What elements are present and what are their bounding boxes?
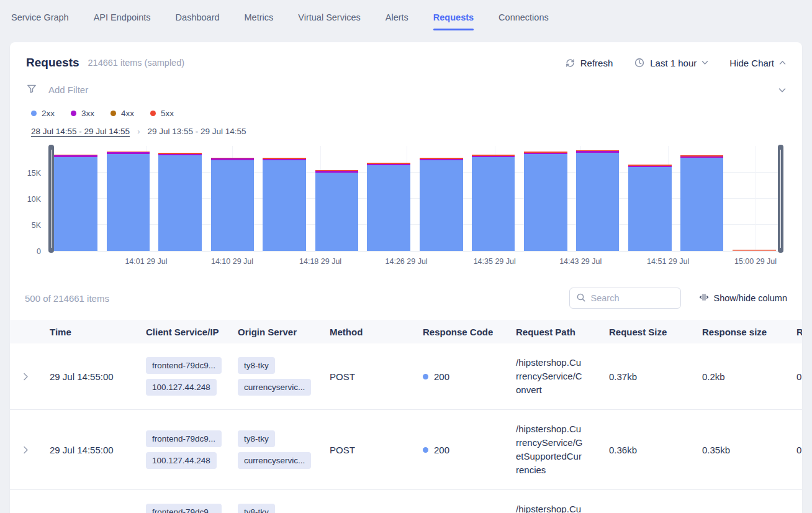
tab-api-endpoints[interactable]: API Endpoints bbox=[94, 12, 151, 22]
chart-bar[interactable] bbox=[315, 170, 359, 251]
clock-icon bbox=[634, 57, 645, 68]
legend-item-3xx[interactable]: 3xx bbox=[71, 109, 94, 118]
show-hide-column-label: Show/hide column bbox=[714, 293, 788, 303]
legend-item-2xx[interactable]: 2xx bbox=[31, 109, 55, 118]
refresh-button[interactable]: Refresh bbox=[565, 58, 613, 68]
bar-segment-2xx bbox=[420, 160, 463, 251]
y-tick-label: 5K bbox=[32, 221, 41, 230]
requests-chart: 05K10K15K 14:01 29 Jul14:10 29 Jul14:18 … bbox=[10, 136, 802, 270]
client-pill: frontend-79dc9... bbox=[146, 430, 222, 447]
legend-label: 3xx bbox=[81, 109, 94, 118]
filter-funnel-icon bbox=[26, 83, 37, 96]
x-tick-label: 14:01 29 Jul bbox=[125, 257, 167, 266]
response-code-value: 200 bbox=[434, 371, 449, 382]
row-expand-button[interactable] bbox=[10, 446, 50, 454]
panel-header: Requests 214661 items (sampled) Refresh bbox=[10, 42, 802, 70]
cell-client-service-ip: frontend-79dc9...100.127.44.248 bbox=[146, 504, 238, 513]
bar-segment-2xx bbox=[263, 160, 306, 251]
table-row: 29 Jul 14:55:00frontend-79dc9...100.127.… bbox=[10, 410, 802, 490]
tab-virtual-services[interactable]: Virtual Services bbox=[298, 12, 360, 22]
chart-bar[interactable] bbox=[472, 155, 515, 251]
column-header-r: R bbox=[796, 327, 802, 337]
requests-table: TimeClient Service/IPOrigin ServerMethod… bbox=[10, 320, 802, 513]
column-header-request-size: Request Size bbox=[609, 327, 702, 337]
cell-request-size: 0.36kb bbox=[609, 445, 702, 455]
chart-bar[interactable] bbox=[54, 155, 97, 251]
breadcrumb-previous-range[interactable]: 28 Jul 14:55 - 29 Jul 14:55 bbox=[31, 127, 130, 136]
legend-dot-5xx bbox=[150, 111, 156, 116]
origin-pill: ty8-tky bbox=[238, 357, 275, 374]
tab-service-graph[interactable]: Service Graph bbox=[11, 12, 69, 22]
cell-last-truncated: 0 bbox=[796, 371, 802, 382]
x-tick-label: 15:00 29 Jul bbox=[734, 257, 777, 266]
time-range-selector[interactable]: Last 1 hour bbox=[634, 57, 708, 68]
legend-dot-3xx bbox=[71, 111, 76, 116]
hide-chart-label: Hide Chart bbox=[729, 58, 774, 68]
cell-origin-server: ty8-tkycurrencyservic... bbox=[238, 430, 330, 469]
column-header-request-path: Request Path bbox=[516, 327, 609, 337]
v-gridline bbox=[756, 146, 756, 251]
time-range-label: Last 1 hour bbox=[650, 58, 697, 68]
tab-connections[interactable]: Connections bbox=[498, 12, 549, 22]
bar-segment-2xx bbox=[524, 154, 567, 251]
chevron-right-icon bbox=[23, 373, 29, 381]
table-row: 29 Jul 14:55:00frontend-79dc9...100.127.… bbox=[10, 490, 802, 513]
legend-dot-2xx bbox=[31, 111, 37, 116]
search-box[interactable] bbox=[569, 288, 681, 309]
chevron-up-icon bbox=[779, 60, 786, 65]
chart-bar[interactable] bbox=[524, 152, 567, 251]
bar-segment-2xx bbox=[367, 165, 410, 251]
bar-segment-2xx bbox=[576, 153, 620, 251]
search-input[interactable] bbox=[591, 293, 674, 303]
hide-chart-toggle[interactable]: Hide Chart bbox=[729, 58, 786, 68]
column-header-method: Method bbox=[330, 327, 423, 337]
chart-bar[interactable] bbox=[680, 155, 724, 251]
bar-segment-2xx bbox=[158, 155, 202, 251]
chart-bar[interactable] bbox=[576, 150, 620, 251]
legend-label: 4xx bbox=[121, 109, 134, 118]
chart-bar[interactable] bbox=[158, 153, 202, 251]
bar-segment-2xx bbox=[680, 158, 724, 251]
column-header-origin-server: Origin Server bbox=[238, 327, 330, 337]
show-hide-column-button[interactable]: Show/hide column bbox=[698, 292, 788, 304]
chart-bar[interactable] bbox=[263, 158, 306, 251]
brush-handle-left[interactable] bbox=[48, 145, 54, 253]
tab-alerts[interactable]: Alerts bbox=[386, 12, 408, 22]
legend-dot-4xx bbox=[111, 111, 116, 116]
cell-response-code: 200 bbox=[423, 445, 516, 455]
chart-bar[interactable] bbox=[367, 163, 410, 251]
chart-legend: 2xx3xx4xx5xx bbox=[10, 96, 802, 118]
bar-segment-2xx bbox=[107, 154, 150, 251]
cell-method: POST bbox=[330, 371, 423, 382]
tab-requests[interactable]: Requests bbox=[433, 12, 474, 22]
chart-bar[interactable] bbox=[628, 165, 672, 251]
tab-metrics[interactable]: Metrics bbox=[245, 12, 274, 22]
filter-expand-chevron-icon[interactable] bbox=[778, 84, 786, 95]
bar-segment-2xx bbox=[472, 157, 515, 251]
table-row: 29 Jul 14:55:00frontend-79dc9...100.127.… bbox=[10, 343, 802, 410]
cell-response-size: 0.35kb bbox=[702, 445, 796, 455]
table-header-row: TimeClient Service/IPOrigin ServerMethod… bbox=[10, 320, 802, 343]
brush-handle-right[interactable] bbox=[778, 145, 783, 253]
refresh-label: Refresh bbox=[580, 58, 613, 68]
tab-dashboard[interactable]: Dashboard bbox=[176, 12, 220, 22]
row-expand-button[interactable] bbox=[10, 373, 50, 381]
search-icon bbox=[576, 293, 586, 304]
client-pill: frontend-79dc9... bbox=[146, 504, 222, 513]
cell-client-service-ip: frontend-79dc9...100.127.44.248 bbox=[146, 430, 238, 469]
requests-panel: Requests 214661 items (sampled) Refresh bbox=[10, 42, 802, 513]
add-filter-input[interactable]: Add Filter bbox=[48, 84, 767, 95]
cell-response-code: 200 bbox=[423, 371, 516, 382]
legend-item-4xx[interactable]: 4xx bbox=[111, 109, 134, 118]
legend-item-5xx[interactable]: 5xx bbox=[150, 109, 174, 118]
table-body: 29 Jul 14:55:00frontend-79dc9...100.127.… bbox=[10, 343, 802, 513]
chart-bar[interactable] bbox=[107, 152, 150, 251]
client-pill: frontend-79dc9... bbox=[146, 357, 222, 374]
chevron-down-icon bbox=[701, 60, 708, 65]
response-code-value: 200 bbox=[434, 445, 449, 455]
chart-bar[interactable] bbox=[420, 158, 463, 251]
cell-method: POST bbox=[330, 445, 423, 455]
chart-bar[interactable] bbox=[211, 158, 255, 251]
chart-bar[interactable] bbox=[733, 250, 776, 251]
cell-request-path: /hipstershop.CurrencyService/GetSupporte… bbox=[516, 422, 592, 477]
